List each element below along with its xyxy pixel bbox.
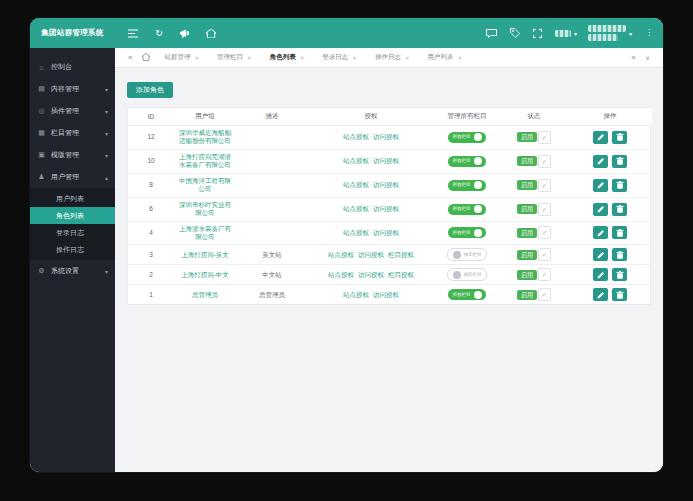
permission-link-访问授权[interactable]: 访问授权 <box>373 205 399 213</box>
all-columns-toggle[interactable]: 指定栏目 <box>447 248 487 261</box>
add-role-button[interactable]: 添加角色 <box>127 82 173 98</box>
home-icon[interactable] <box>205 27 217 39</box>
user-dropdown[interactable]: ▾ <box>588 25 632 41</box>
status-check-icon[interactable]: ✓ <box>538 203 551 216</box>
permission-link-访问授权[interactable]: 访问授权 <box>373 229 399 237</box>
status-enabled-button[interactable]: 启用 <box>517 180 537 190</box>
sidebar-item-模版管理[interactable]: ▣模版管理▾ <box>30 144 115 166</box>
permission-link-站点授权[interactable]: 站点授权 <box>328 271 354 279</box>
close-tab-icon[interactable]: ✕ <box>352 55 357 61</box>
delete-button[interactable] <box>612 288 627 301</box>
kebab-menu-icon[interactable]: ⋮ <box>643 27 655 39</box>
status-enabled-button[interactable]: 启用 <box>517 156 537 166</box>
status-check-icon[interactable]: ✓ <box>538 179 551 192</box>
sidebar-item-内容管理[interactable]: ▤内容管理▾ <box>30 78 115 100</box>
sidebar-item-栏目管理[interactable]: ▦栏目管理▾ <box>30 122 115 144</box>
all-columns-toggle[interactable]: 所有栏目 <box>448 289 486 300</box>
sidebar-item-用户管理[interactable]: ♟用户管理▴ <box>30 166 115 188</box>
delete-button[interactable] <box>612 131 627 144</box>
scroll-tabs-left-icon[interactable]: « <box>123 54 137 62</box>
permission-link-站点授权[interactable]: 站点授权 <box>343 205 369 213</box>
close-tab-icon[interactable]: ✕ <box>247 55 252 61</box>
all-columns-toggle[interactable]: 所有栏目 <box>448 132 486 143</box>
tab-站群管理[interactable]: 站群管理✕ <box>155 48 208 67</box>
sidebar-item-控制台[interactable]: ⌂控制台 <box>30 56 115 78</box>
all-columns-toggle[interactable]: 所有栏目 <box>448 227 486 238</box>
menu-icon[interactable] <box>127 27 139 39</box>
status-check-icon[interactable]: ✓ <box>538 268 551 281</box>
user-group-link[interactable]: 深圳华威近海船舶运输股份有限公司 <box>179 129 231 144</box>
delete-button[interactable] <box>612 248 627 261</box>
permission-link-访问授权[interactable]: 访问授权 <box>373 291 399 299</box>
permission-link-站点授权[interactable]: 站点授权 <box>343 133 369 141</box>
edit-button[interactable] <box>593 226 608 239</box>
edit-button[interactable] <box>593 131 608 144</box>
permission-link-访问授权[interactable]: 访问授权 <box>373 181 399 189</box>
tab-管理栏目[interactable]: 管理栏目✕ <box>208 48 261 67</box>
edit-button[interactable] <box>593 203 608 216</box>
delete-button[interactable] <box>612 226 627 239</box>
permission-link-访问授权[interactable]: 访问授权 <box>358 251 384 259</box>
delete-button[interactable] <box>612 179 627 192</box>
all-columns-toggle[interactable]: 所有栏目 <box>448 156 486 167</box>
tab-用户列表[interactable]: 用户列表✕ <box>419 48 472 67</box>
permission-link-站点授权[interactable]: 站点授权 <box>328 251 354 259</box>
all-columns-toggle[interactable]: 所有栏目 <box>448 204 486 215</box>
permission-link-站点授权[interactable]: 站点授权 <box>343 181 369 189</box>
status-check-icon[interactable]: ✓ <box>538 155 551 168</box>
user-group-link[interactable]: 中国海洋工程有限公司 <box>179 177 231 192</box>
permission-link-访问授权[interactable]: 访问授权 <box>373 133 399 141</box>
fullscreen-icon[interactable] <box>532 27 544 39</box>
permission-link-站点授权[interactable]: 站点授权 <box>343 291 369 299</box>
megaphone-icon[interactable] <box>179 27 191 39</box>
close-tab-icon[interactable]: ✕ <box>300 55 305 61</box>
status-enabled-button[interactable]: 启用 <box>517 270 537 280</box>
user-group-link[interactable]: 上海打捞局-中文 <box>181 271 229 278</box>
comment-icon[interactable] <box>486 27 498 39</box>
sidebar-item-登录日志[interactable]: 登录日志 <box>30 224 115 241</box>
edit-button[interactable] <box>593 248 608 261</box>
edit-button[interactable] <box>593 268 608 281</box>
tab-操作日志[interactable]: 操作日志✕ <box>366 48 419 67</box>
permission-link-站点授权[interactable]: 站点授权 <box>343 157 369 165</box>
sidebar-item-用户列表[interactable]: 用户列表 <box>30 190 115 207</box>
all-columns-toggle[interactable]: 所有栏目 <box>448 180 486 191</box>
all-columns-toggle[interactable]: 指定栏目 <box>447 268 487 281</box>
edit-button[interactable] <box>593 179 608 192</box>
permission-link-站点授权[interactable]: 站点授权 <box>343 229 369 237</box>
sidebar-item-角色列表[interactable]: 角色列表 <box>30 207 115 224</box>
edit-button[interactable] <box>593 155 608 168</box>
status-enabled-button[interactable]: 启用 <box>517 228 537 238</box>
refresh-icon[interactable]: ↻ <box>153 27 165 39</box>
delete-button[interactable] <box>612 155 627 168</box>
user-group-link[interactable]: 总管理员 <box>192 291 218 298</box>
permission-link-访问授权[interactable]: 访问授权 <box>373 157 399 165</box>
permission-link-栏目授权[interactable]: 栏目授权 <box>388 251 414 259</box>
close-tab-icon[interactable]: ✕ <box>194 55 199 61</box>
close-tab-icon[interactable]: ✕ <box>458 55 463 61</box>
status-check-icon[interactable]: ✓ <box>538 226 551 239</box>
tab-登录日志[interactable]: 登录日志✕ <box>313 48 366 67</box>
user-group-link[interactable]: 上海打捞局-英文 <box>181 251 229 258</box>
user-group-link[interactable]: 上海潜水装备厂有限公司 <box>179 225 231 240</box>
permission-link-栏目授权[interactable]: 栏目授权 <box>388 271 414 279</box>
status-check-icon[interactable]: ✓ <box>538 248 551 261</box>
tag-icon[interactable] <box>509 27 521 39</box>
status-enabled-button[interactable]: 启用 <box>517 290 537 300</box>
close-tab-icon[interactable]: ✕ <box>405 55 410 61</box>
scroll-tabs-right-icon[interactable]: » <box>626 54 640 62</box>
sidebar-item-插件管理[interactable]: ◎插件管理▾ <box>30 100 115 122</box>
status-enabled-button[interactable]: 启用 <box>517 132 537 142</box>
home-tab-icon[interactable] <box>137 53 155 62</box>
language-dropdown[interactable]: ▾ <box>555 30 577 37</box>
sidebar-item-操作日志[interactable]: 操作日志 <box>30 241 115 258</box>
tab-角色列表[interactable]: 角色列表✕ <box>261 48 314 67</box>
status-enabled-button[interactable]: 启用 <box>517 204 537 214</box>
delete-button[interactable] <box>612 268 627 281</box>
status-enabled-button[interactable]: 启用 <box>517 250 537 260</box>
permission-link-访问授权[interactable]: 访问授权 <box>358 271 384 279</box>
status-check-icon[interactable]: ✓ <box>538 131 551 144</box>
edit-button[interactable] <box>593 288 608 301</box>
user-group-link[interactable]: 上海打捞局芜湖潜水装备厂有限公司 <box>179 153 231 168</box>
delete-button[interactable] <box>612 203 627 216</box>
